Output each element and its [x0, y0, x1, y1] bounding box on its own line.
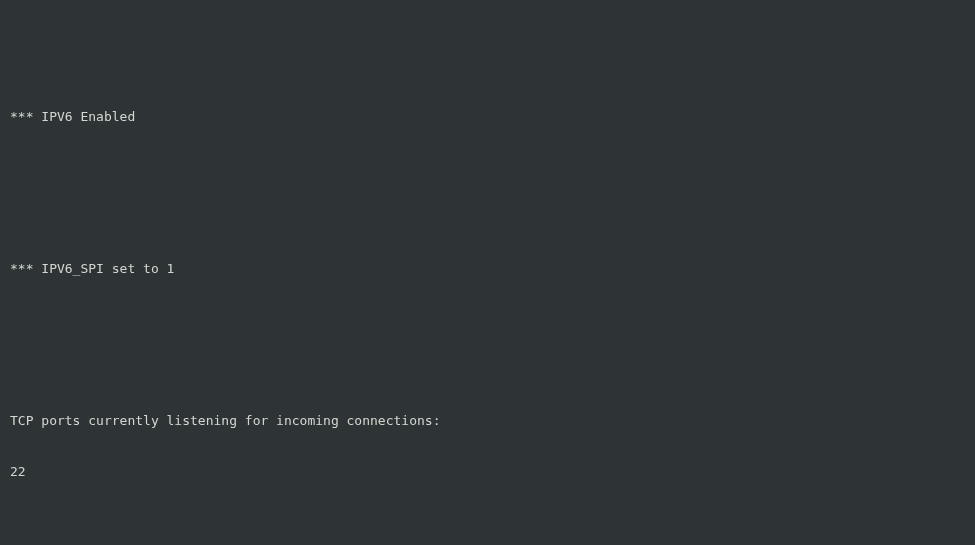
- output-line: [10, 211, 965, 228]
- output-line: [10, 312, 965, 329]
- output-line: [10, 363, 965, 380]
- output-line: [10, 515, 965, 532]
- output-line: *** IPV6_SPI set to 1: [10, 261, 965, 278]
- output-line: 22: [10, 464, 965, 481]
- output-line: [10, 160, 965, 177]
- terminal-output: *** IPV6 Enabled *** IPV6_SPI set to 1 T…: [10, 76, 965, 545]
- output-line: TCP ports currently listening for incomi…: [10, 413, 965, 430]
- output-line: *** IPV6 Enabled: [10, 109, 965, 126]
